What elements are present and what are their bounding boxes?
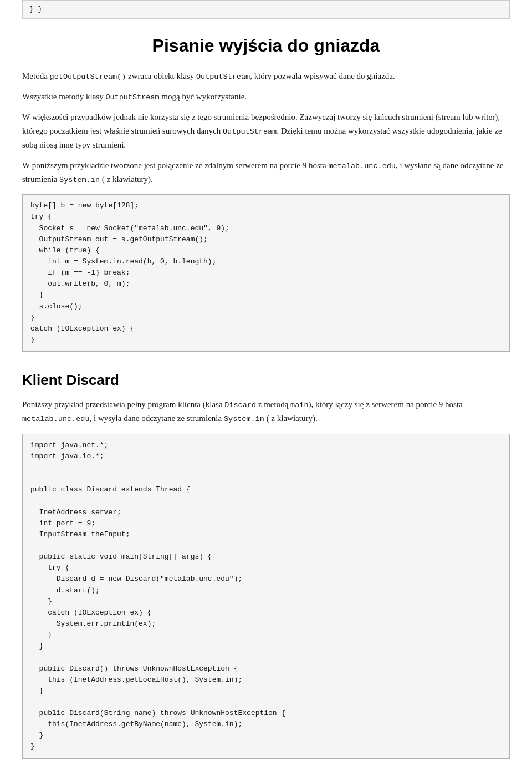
section1-paragraph4: W poniższym przykładzie tworzone jest po… [22, 159, 510, 187]
p4-text1: W poniższym przykładzie tworzone jest po… [22, 161, 328, 170]
section1-paragraph3: W większości przypadków jednak nie korzy… [22, 110, 510, 152]
s2p1-code1: Discard [224, 401, 256, 409]
s2p1-text4: , i wysyła dane odczytane ze strumienia [90, 414, 224, 423]
section1-paragraph1: Metoda getOutputStream() zwraca obiekt k… [22, 69, 510, 83]
p2-code1: OutputStream [105, 93, 159, 102]
s2p1-text2: z metodą [256, 400, 290, 409]
section2-code-block: import java.net.*; import java.io.*; pub… [22, 434, 510, 759]
p1-text2: zwraca obiekt klasy [126, 72, 196, 80]
p2-text2: mogą być wykorzystanie. [160, 92, 247, 101]
section1-paragraph2: Wszystkie metody klasy OutputStream mogą… [22, 90, 510, 104]
p4-text3: ( z klawiatury). [100, 175, 153, 184]
section1-code-block: byte[] b = new byte[128]; try { Socket s… [22, 194, 510, 352]
s2p1-code4: System.in [224, 415, 264, 423]
p1-text3: , który pozwala wpisywać dane do gniazda… [250, 72, 395, 80]
top-closing-braces-block: } } [22, 0, 510, 19]
p1-text1: Metoda [22, 72, 50, 80]
p4-code2: System.in [59, 176, 100, 184]
s2p1-code2: main [290, 401, 308, 409]
p4-code1: metalab.unc.edu [328, 162, 396, 170]
section2-title: Klient Discard [22, 372, 510, 389]
section2-paragraph1: Poniższy przykład przedstawia pełny prog… [22, 398, 510, 426]
p1-code1: getOutputStream() [50, 73, 126, 81]
p2-text1: Wszystkie metody klasy [22, 92, 105, 101]
s2p1-code3: metalab.unc.edu [22, 415, 90, 423]
s2p1-text5: ( z klawiatury). [264, 414, 318, 423]
section1-title: Pisanie wyjścia do gniazda [22, 35, 510, 56]
p1-code2: OutputStream [196, 73, 250, 81]
s2p1-text3: ), który łączy się z serwerem na porcie … [308, 400, 462, 409]
s2p1-text1: Poniższy przykład przedstawia pełny prog… [22, 400, 224, 409]
p3-code1: OutputStream [223, 128, 277, 136]
